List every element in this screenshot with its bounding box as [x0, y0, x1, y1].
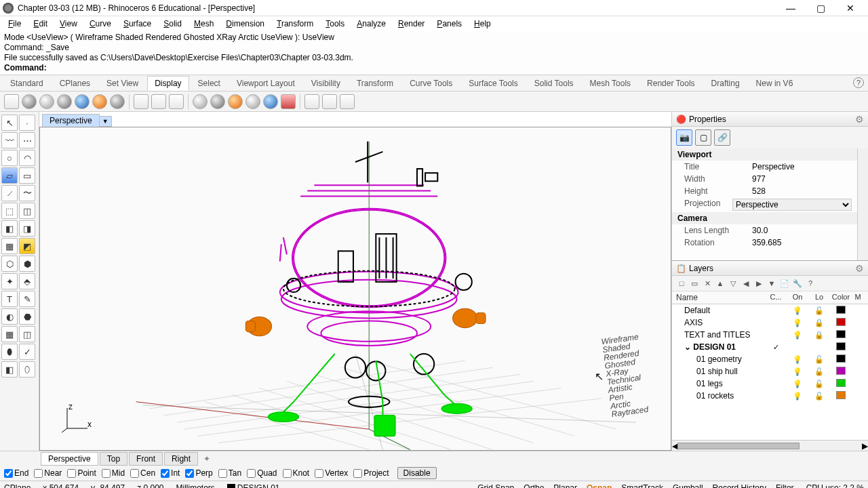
tool-icon-1-0[interactable]: 〰	[1, 132, 18, 148]
tool-icon-13-1[interactable]: ✓	[19, 344, 35, 360]
layers-list[interactable]: Default💡🔓AXIS💡🔒TEXT and TITLES💡🔒⌄ DESIGN…	[672, 304, 868, 440]
delete-layer-icon[interactable]: ✕	[702, 278, 713, 289]
close-button[interactable]: ✕	[841, 3, 860, 14]
tool-icon-10-0[interactable]: T	[1, 291, 18, 307]
layer-row[interactable]: 01 geometry💡🔓	[672, 353, 868, 365]
toolbar-icon-ghosted[interactable]	[57, 94, 72, 109]
tab-display[interactable]: Display	[147, 76, 189, 91]
tool-icon-2-0[interactable]: ○	[1, 150, 18, 166]
tab-curve-tools[interactable]: Curve Tools	[402, 76, 460, 91]
menu-view[interactable]: View	[54, 18, 83, 30]
viewport-bottom-tab-right[interactable]: Right	[164, 452, 198, 466]
props-material-icon[interactable]: ▢	[695, 129, 711, 146]
props-viewport-icon[interactable]: 📷	[676, 129, 692, 146]
tool-icon-11-0[interactable]: ◐	[1, 308, 18, 325]
osnap-end[interactable]: End	[4, 468, 28, 478]
menu-file[interactable]: File	[3, 18, 26, 30]
menu-mesh[interactable]: Mesh	[189, 18, 219, 30]
tool-icon-9-0[interactable]: ✦	[1, 273, 18, 289]
toolbar-icon-wireframe[interactable]	[4, 94, 19, 109]
tool-icon-7-1[interactable]: ◩	[19, 238, 35, 254]
props-texture-icon[interactable]: 🔗	[714, 129, 730, 146]
tool-icon-4-0[interactable]: ⟋	[1, 185, 18, 201]
osnap-point[interactable]: Point	[67, 468, 96, 478]
viewport-bottom-tab-front[interactable]: Front	[129, 452, 163, 466]
tool-icon-3-1[interactable]: ▭	[19, 167, 35, 184]
toolbar-icon-sun[interactable]	[228, 94, 243, 109]
tool-icon-4-1[interactable]: 〜	[19, 185, 35, 201]
toolbar-icon-rendered[interactable]	[39, 94, 54, 109]
viewport-bottom-tab-perspective[interactable]: Perspective	[41, 452, 98, 466]
menu-help[interactable]: Help	[469, 18, 496, 30]
status-units[interactable]: Millimeters	[176, 483, 215, 489]
help-icon[interactable]: ?	[853, 77, 864, 88]
move-down-icon[interactable]: ▽	[728, 278, 738, 289]
disable-button[interactable]: Disable	[397, 467, 437, 479]
tab-transform[interactable]: Transform	[349, 76, 401, 91]
tool-icon-12-1[interactable]: ◫	[19, 326, 35, 342]
toolbar-icon-arctic[interactable]	[110, 94, 125, 109]
menu-solid[interactable]: Solid	[158, 18, 187, 30]
toolbar-icon-clip[interactable]	[281, 94, 296, 109]
layer-row[interactable]: 01 ship hull💡🔓	[672, 365, 868, 378]
new-layer-icon[interactable]: □	[676, 278, 687, 289]
osnap-perp[interactable]: Perp	[185, 468, 212, 478]
status-layer[interactable]: DESIGN 01	[227, 483, 280, 489]
filter-icon[interactable]: ▼	[766, 278, 777, 289]
menu-curve[interactable]: Curve	[84, 18, 117, 30]
tool-icon-11-1[interactable]: ⬣	[19, 308, 35, 325]
tab-drafting[interactable]: Drafting	[704, 76, 747, 91]
viewport-bottom-tab-top[interactable]: Top	[100, 452, 127, 466]
maximize-button[interactable]: ▢	[811, 3, 830, 14]
layer-row[interactable]: 01 rockets💡🔓	[672, 390, 868, 402]
move-up-icon[interactable]: ▲	[715, 278, 726, 289]
osnap-int[interactable]: Int	[161, 468, 180, 478]
osnap-knot[interactable]: Knot	[283, 468, 310, 478]
menu-tools[interactable]: Tools	[320, 18, 350, 30]
osnap-near[interactable]: Near	[34, 468, 62, 478]
tool-icon-8-0[interactable]: ⬡	[1, 256, 18, 272]
next-icon[interactable]: ▶	[753, 278, 764, 289]
viewport-perspective[interactable]: zx WireframeShadedRenderedGhostedX-RayTe…	[39, 127, 671, 451]
menu-transform[interactable]: Transform	[271, 18, 319, 30]
tool-icon-14-0[interactable]: ◧	[1, 361, 18, 378]
tool-icon-0-0[interactable]: ↖	[1, 115, 18, 131]
tab-set-view[interactable]: Set View	[99, 76, 146, 91]
tools-icon[interactable]: 📄	[779, 278, 790, 289]
status-toggle-record-history[interactable]: Record History	[713, 483, 766, 489]
tab-select[interactable]: Select	[191, 76, 228, 91]
help-icon[interactable]: ?	[805, 278, 816, 289]
prev-icon[interactable]: ◀	[741, 278, 751, 289]
status-toggle-planar[interactable]: Planar	[553, 483, 577, 489]
toolbar-icon-toggle[interactable]	[169, 94, 184, 109]
gear-icon[interactable]: ⚙	[855, 263, 864, 274]
tool-icon-14-1[interactable]: ⬯	[19, 361, 35, 378]
tool-icon-12-0[interactable]: ▦	[1, 326, 18, 342]
status-cplane[interactable]: CPlane	[4, 483, 31, 489]
layer-row[interactable]: 01 legs💡🔓	[672, 378, 868, 390]
tab-standard[interactable]: Standard	[3, 76, 51, 91]
menu-panels[interactable]: Panels	[431, 18, 467, 30]
osnap-cen[interactable]: Cen	[130, 468, 155, 478]
tool-icon-10-1[interactable]: ✎	[19, 291, 35, 307]
tab-visibility[interactable]: Visibility	[304, 76, 348, 91]
tool-icon-6-0[interactable]: ◧	[1, 220, 18, 237]
layers-h-scrollbar[interactable]: ◀▶	[672, 440, 868, 451]
status-toggle-osnap[interactable]: Osnap	[587, 483, 612, 489]
wrench-icon[interactable]: 🔧	[792, 278, 803, 289]
tool-icon-9-1[interactable]: ⬘	[19, 273, 35, 289]
toolbar-icon-shade[interactable]	[151, 94, 166, 109]
tool-icon-1-1[interactable]: ⋯	[19, 132, 35, 148]
add-viewport-icon[interactable]: ✦	[199, 453, 214, 465]
status-toggle-gumball[interactable]: Gumball	[673, 483, 703, 489]
menu-dimension[interactable]: Dimension	[220, 18, 270, 30]
command-input[interactable]	[47, 64, 864, 73]
status-toggle-filter[interactable]: Filter	[776, 483, 794, 489]
toolbar-icon-box[interactable]	[340, 94, 355, 109]
osnap-quad[interactable]: Quad	[247, 468, 277, 478]
toolbar-icon-flat[interactable]	[134, 94, 149, 109]
props-scrollbar[interactable]	[857, 148, 868, 260]
layer-row[interactable]: ⌄ DESIGN 01✓	[672, 341, 868, 353]
tool-icon-13-0[interactable]: ⬮	[1, 344, 18, 360]
tab-render-tools[interactable]: Render Tools	[639, 76, 703, 91]
